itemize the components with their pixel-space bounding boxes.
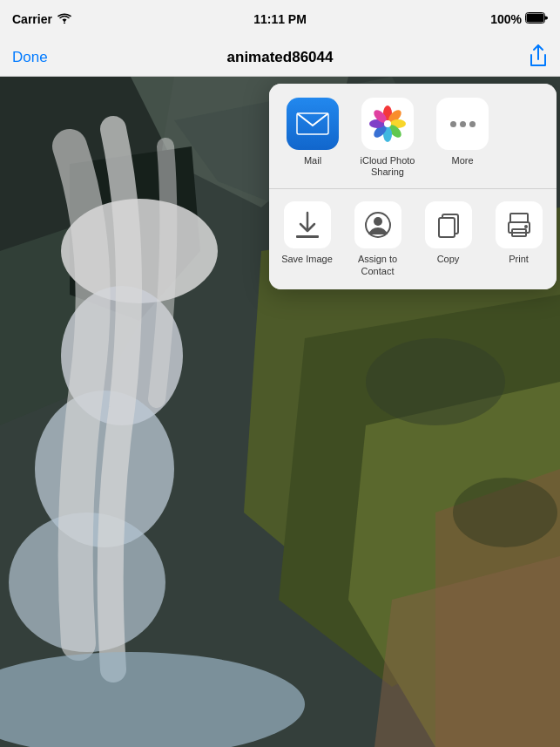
- share-actions-row: Save Image Assign to Contact: [269, 189, 557, 289]
- image-area: Mail: [0, 77, 560, 747]
- copy-item[interactable]: Copy: [414, 201, 482, 265]
- svg-rect-2: [527, 14, 544, 23]
- share-mail-item[interactable]: Mail: [278, 98, 347, 166]
- share-sheet: Mail: [269, 84, 557, 289]
- status-bar: Carrier 11:11 PM 100%: [0, 0, 560, 38]
- carrier-label: Carrier: [12, 12, 52, 26]
- svg-point-41: [524, 225, 528, 228]
- more-dot-2: [460, 121, 466, 127]
- share-apps-row: Mail: [269, 84, 557, 189]
- more-dot-1: [450, 121, 456, 127]
- svg-rect-37: [439, 218, 455, 237]
- status-time: 11:11 PM: [253, 12, 307, 26]
- share-photos-item[interactable]: iCloud Photo Sharing: [353, 98, 422, 178]
- copy-label: Copy: [437, 254, 460, 265]
- assign-contact-label: Assign to Contact: [343, 254, 412, 276]
- svg-point-32: [384, 120, 391, 127]
- svg-rect-33: [296, 235, 319, 238]
- assign-contact-icon: [354, 201, 401, 248]
- done-button[interactable]: Done: [12, 49, 48, 66]
- share-button[interactable]: [529, 44, 548, 71]
- wifi-icon: [57, 12, 71, 26]
- more-label: More: [451, 155, 473, 166]
- nav-title: animated86044: [227, 49, 334, 66]
- assign-contact-item[interactable]: Assign to Contact: [343, 201, 412, 276]
- photos-label: iCloud Photo Sharing: [353, 155, 422, 178]
- more-app-icon: [436, 98, 489, 150]
- print-item[interactable]: Print: [484, 201, 553, 265]
- battery-icon: [525, 12, 548, 26]
- save-image-item[interactable]: Save Image: [273, 201, 341, 265]
- svg-point-35: [374, 217, 382, 226]
- print-label: Print: [509, 254, 529, 265]
- photos-app-icon: [361, 98, 414, 150]
- battery-label: 100%: [490, 12, 522, 26]
- print-icon: [496, 201, 543, 248]
- status-right: 100%: [490, 12, 548, 26]
- nav-bar: Done animated86044: [0, 38, 560, 77]
- more-dot-3: [469, 121, 476, 127]
- save-image-label: Save Image: [281, 254, 333, 265]
- status-left: Carrier: [12, 12, 71, 26]
- svg-point-0: [64, 23, 65, 24]
- mail-label: Mail: [304, 155, 321, 166]
- mail-app-icon: [287, 98, 339, 150]
- svg-rect-38: [510, 214, 528, 222]
- save-image-icon: [284, 201, 331, 248]
- svg-rect-22: [296, 112, 329, 136]
- share-more-item[interactable]: More: [428, 98, 497, 166]
- copy-icon: [425, 201, 472, 248]
